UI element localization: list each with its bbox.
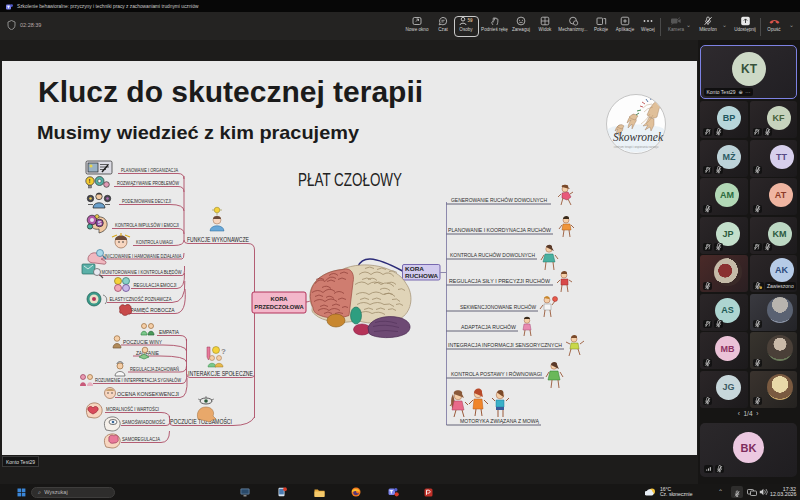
svg-text:RUCHOWA: RUCHOWA — [405, 273, 438, 279]
svg-text:GENEROWANIE RUCHÓW DOWOLNYCH: GENEROWANIE RUCHÓW DOWOLNYCH — [451, 197, 547, 203]
svg-text:S: S — [98, 220, 102, 226]
svg-text:?: ? — [221, 347, 226, 356]
svg-text:PRZEDCZOŁOWA: PRZEDCZOŁOWA — [254, 304, 304, 310]
svg-text:OCENA KONSEKWENCJI: OCENA KONSEKWENCJI — [117, 391, 179, 397]
svg-text:PLANOWANIE I KOORDYNACJA RUCHÓ: PLANOWANIE I KOORDYNACJA RUCHÓW — [448, 227, 551, 233]
svg-text:ELASTYCZNOŚĆ POZNAWCZA: ELASTYCZNOŚĆ POZNAWCZA — [110, 295, 172, 302]
svg-text:KORA: KORA — [270, 296, 288, 302]
svg-text:Skowronek: Skowronek — [613, 131, 664, 143]
svg-text:PŁAT CZOŁOWY: PŁAT CZOŁOWY — [298, 169, 402, 190]
svg-text:SEKWENCJONOWANE RUCHÓW: SEKWENCJONOWANE RUCHÓW — [460, 304, 536, 310]
svg-text:ADAPTACJA RUCHÓW: ADAPTACJA RUCHÓW — [461, 324, 516, 330]
svg-text:REGULACJA SIŁY I PRECYZJI RUCH: REGULACJA SIŁY I PRECYZJI RUCHÓW — [449, 278, 550, 284]
svg-text:EMPATIA: EMPATIA — [159, 329, 179, 335]
svg-text:PAMIĘĆ ROBOCZA: PAMIĘĆ ROBOCZA — [131, 307, 175, 313]
svg-text:ROZWIĄZYWANIE PROBLEMÓW: ROZWIĄZYWANIE PROBLEMÓW — [117, 180, 179, 186]
svg-text:INTERAKCJE SPOŁECZNE: INTERAKCJE SPOŁECZNE — [188, 370, 253, 377]
svg-text:REGULACJA ZACHOWAŃ: REGULACJA ZACHOWAŃ — [130, 366, 179, 372]
svg-text:59: 59 — [468, 18, 474, 23]
svg-text:MORALNOŚĆ I WARTOŚCI: MORALNOŚĆ I WARTOŚCI — [106, 405, 159, 412]
svg-text:FUNKCJE WYKONAWCZE: FUNKCJE WYKONAWCZE — [187, 236, 249, 243]
svg-text:centrum terapii i wspierania r: centrum terapii i wspierania rozwoju — [614, 145, 659, 149]
svg-text:REGULACJA EMOCJI: REGULACJA EMOCJI — [134, 282, 177, 288]
svg-text:MOTORYKA ZWIĄZANA Z MOWĄ: MOTORYKA ZWIĄZANA Z MOWĄ — [460, 418, 540, 424]
svg-text:INTEGRACJA INFORMACJI SENSORYC: INTEGRACJA INFORMACJI SENSORYCZNYCH — [448, 342, 562, 348]
svg-text:KONTROLA UWAGI: KONTROLA UWAGI — [136, 239, 173, 245]
svg-text:KONTROLA RUCHÓW DOWOLNYCH: KONTROLA RUCHÓW DOWOLNYCH — [450, 252, 535, 258]
svg-text:Klucz do skutecznej terapii: Klucz do skutecznej terapii — [38, 75, 423, 108]
svg-text:POCZUCIE WINY: POCZUCIE WINY — [123, 339, 162, 345]
svg-text:PODEJMOWANIE DECYZJI: PODEJMOWANIE DECYZJI — [122, 198, 171, 204]
svg-text:Musimy wiedzieć z kim pracujem: Musimy wiedzieć z kim pracujemy — [37, 122, 359, 143]
svg-text:MONITOROWANIE I KONTROLA BŁĘDÓ: MONITOROWANIE I KONTROLA BŁĘDÓW — [102, 269, 182, 275]
svg-text:KONTROLA IMPULSÓW I EMOCJI: KONTROLA IMPULSÓW I EMOCJI — [115, 222, 179, 228]
svg-text:!: ! — [89, 178, 91, 184]
svg-text:INICJOWANIE I HAMOWANIE DZIAŁA: INICJOWANIE I HAMOWANIE DZIAŁANIA — [105, 253, 182, 259]
svg-text:SAMOŚWIADOMOŚĆ: SAMOŚWIADOMOŚĆ — [122, 418, 165, 425]
svg-text:KORA: KORA — [405, 266, 424, 272]
svg-text:PLANOWANIE I ORGANIZACJA: PLANOWANIE I ORGANIZACJA — [121, 167, 178, 173]
svg-text:KONTROLA POSTAWY I RÓWNOWAGI: KONTROLA POSTAWY I RÓWNOWAGI — [451, 371, 542, 377]
svg-text:ROZUMIENIE I INTERPRETACJA SYG: ROZUMIENIE I INTERPRETACJA SYGNAŁÓW — [95, 377, 181, 383]
svg-text:SAMOREGULACJA: SAMOREGULACJA — [122, 436, 160, 442]
